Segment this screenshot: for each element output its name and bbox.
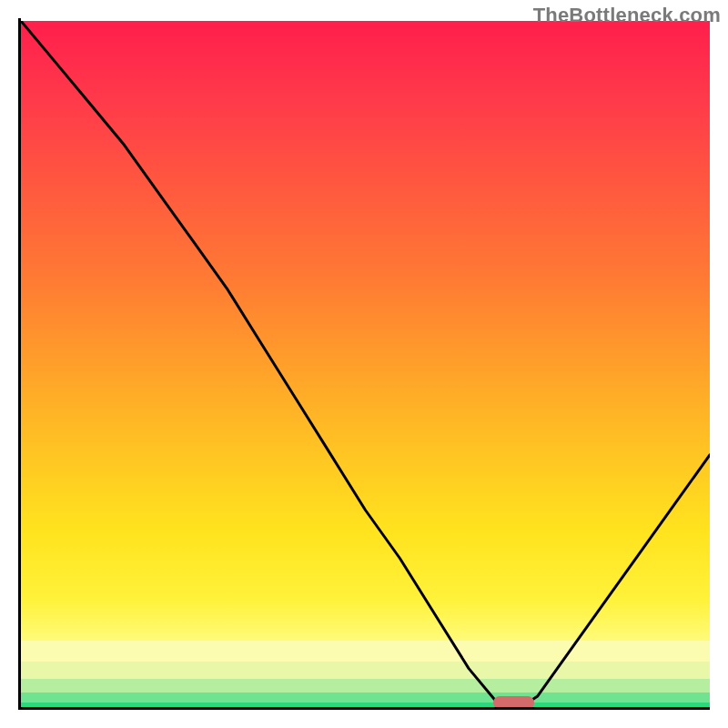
- plot-area: [21, 21, 710, 710]
- y-axis-line: [18, 18, 21, 710]
- bottleneck-curve: [21, 21, 710, 710]
- x-axis-line: [18, 707, 710, 710]
- watermark-text: TheBottleneck.com: [533, 4, 721, 27]
